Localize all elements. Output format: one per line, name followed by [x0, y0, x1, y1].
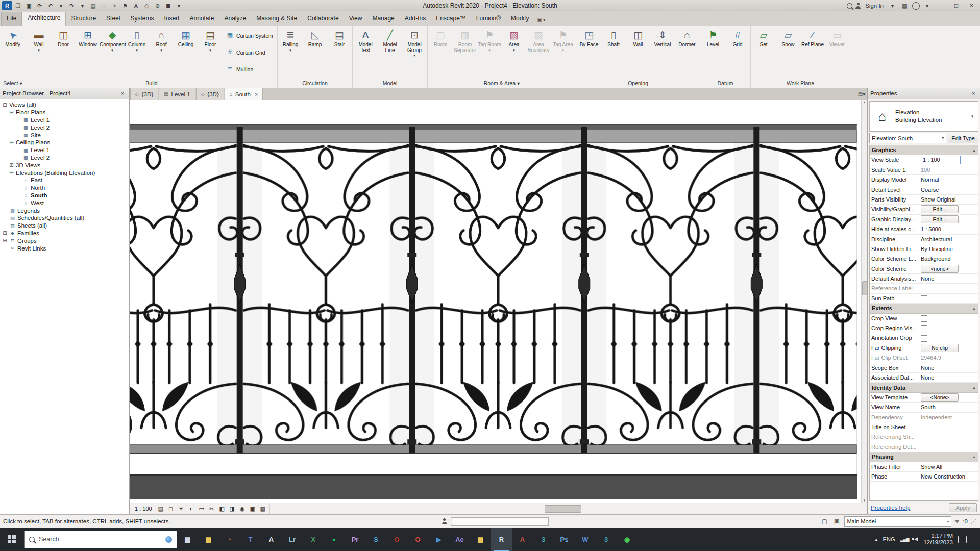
horizontal-scrollbar[interactable]: [270, 503, 867, 514]
drawing-canvas[interactable]: .k{stroke:#161616;stroke-width:5;fill:no…: [130, 100, 867, 503]
redo-dropdown[interactable]: ▾: [78, 1, 87, 10]
ribbon-tab-add-ins[interactable]: Add-Ins: [400, 12, 431, 26]
checkbox[interactable]: [921, 295, 927, 302]
rendering-dialog-icon[interactable]: ▭: [197, 504, 206, 513]
ribbon-tab-structure[interactable]: Structure: [66, 12, 101, 26]
panel-label-circulation[interactable]: Circulation: [278, 79, 352, 88]
ribbon-tab-modify[interactable]: Modify: [506, 12, 534, 26]
collapse-icon[interactable]: ⊟: [9, 110, 14, 115]
thin-lines-button[interactable]: ≣: [163, 1, 173, 10]
collapse-group-icon[interactable]: ▲: [972, 307, 976, 310]
browser-node-3d-views[interactable]: ⊞3D Views: [0, 161, 129, 169]
vertical-scroll-thumb[interactable]: [862, 281, 867, 295]
sync-with-central-button[interactable]: ⟳: [35, 1, 44, 10]
panel-label-opening[interactable]: Opening: [577, 79, 699, 88]
tool-by-face[interactable]: ◳By Face: [577, 26, 601, 79]
taskbar-app-excel[interactable]: X: [303, 528, 324, 551]
sign-in-dropdown[interactable]: ▾: [888, 1, 897, 10]
property-group-extents[interactable]: Extents▲: [870, 304, 978, 313]
collapse-icon[interactable]: ⊟: [2, 102, 8, 108]
notification-center-icon[interactable]: [958, 536, 967, 543]
scroll-down-icon[interactable]: ▾: [864, 498, 866, 503]
property-value-far-clipping[interactable]: No clip: [919, 343, 978, 353]
property-value-graphic-display[interactable]: Edit...: [919, 215, 978, 224]
undo-button[interactable]: ↶: [45, 1, 55, 10]
property-value-color-scheme[interactable]: <none>: [919, 264, 978, 273]
exclude-options-icon[interactable]: ▢: [820, 518, 829, 525]
taskbar-app-opera-beta[interactable]: O: [386, 528, 407, 551]
ribbon-tab-systems[interactable]: Systems: [125, 12, 159, 26]
taskbar-clock[interactable]: 1:17 PM 12/19/2023: [923, 533, 953, 546]
ribbon-tab-massing-site[interactable]: Massing & Site: [251, 12, 302, 26]
property-value-view-name[interactable]: South: [919, 403, 978, 412]
browser-node-level-2[interactable]: ▦Level 2: [0, 123, 129, 131]
taskbar-app-after-effects[interactable]: Ae: [449, 528, 470, 551]
panel-label-select[interactable]: Select ▾: [1, 79, 25, 88]
collapse-group-icon[interactable]: ▲: [972, 148, 976, 152]
detail-level-icon[interactable]: ▤: [156, 504, 165, 513]
taskbar-app-notepad[interactable]: A: [261, 528, 282, 551]
visual-search-icon[interactable]: [165, 536, 172, 543]
browser-node-east[interactable]: ⌂East: [0, 177, 129, 184]
taskbar-app-3ds-max[interactable]: 3: [533, 528, 554, 551]
collapse-icon[interactable]: ⊟: [9, 140, 14, 145]
ribbon-tab-view[interactable]: View: [344, 12, 368, 26]
property-value-discipline[interactable]: Architectural: [919, 235, 978, 244]
property-value-color-scheme-l[interactable]: Background: [919, 254, 978, 263]
close-button[interactable]: ×: [965, 2, 978, 9]
property-group-identity-data[interactable]: Identity Data▲: [870, 383, 978, 392]
type-selector-preview[interactable]: ⌂ Elevation Building Elevation ▾: [869, 101, 978, 132]
taskbar-app-3ds-max-2[interactable]: 3: [596, 528, 617, 551]
tool-grid[interactable]: #Grid: [725, 26, 750, 79]
property-value-dependency[interactable]: Independent: [919, 413, 978, 422]
property-group-graphics[interactable]: Graphics▲: [870, 145, 978, 155]
browser-node-site[interactable]: ▦Site: [0, 131, 129, 139]
maximize-button[interactable]: □: [950, 2, 963, 9]
taskbar-app-this-pc[interactable]: ▤: [177, 528, 198, 551]
default-3d-view-button[interactable]: ◇: [142, 1, 152, 10]
resize-grip-icon[interactable]: ⋰: [971, 518, 977, 525]
tool-room-separator[interactable]: ▥Room Separator: [453, 26, 477, 79]
temporary-view-properties-icon[interactable]: ▣: [248, 504, 257, 513]
tool-floor[interactable]: ▤Floor▾: [198, 26, 223, 79]
ribbon-tab-insert[interactable]: Insert: [159, 12, 184, 26]
panel-label-room-area[interactable]: Room & Area ▾: [428, 79, 575, 88]
property-value-scale-value-1[interactable]: 100: [919, 165, 978, 174]
worksharing-status-icon[interactable]: [442, 518, 448, 524]
tool-level[interactable]: ⚑Level: [701, 26, 725, 79]
tag-by-category-button[interactable]: ⚑: [120, 1, 130, 10]
taskbar-app-premiere[interactable]: Pr: [345, 528, 365, 551]
tool-shaft[interactable]: ▯Shaft: [601, 26, 626, 79]
tool-model-line[interactable]: ╱Model Line: [378, 26, 402, 79]
tool-mullion[interactable]: ≣Mullion: [225, 65, 275, 74]
apply-button[interactable]: Apply: [949, 503, 977, 512]
volume-icon[interactable]: [914, 537, 918, 541]
tool-stair[interactable]: ▤Stair: [327, 26, 352, 79]
properties-header[interactable]: Properties ×: [868, 88, 980, 99]
tool-window[interactable]: ⊞Window: [76, 26, 100, 79]
help-dropdown[interactable]: ▾: [922, 1, 932, 10]
browser-node-legends[interactable]: ▤Legends: [0, 207, 129, 214]
browser-node-families[interactable]: ⊞◆Families: [0, 230, 129, 237]
property-value-associated-dat[interactable]: None: [919, 373, 978, 382]
taskbar-app-spotify[interactable]: ●: [324, 528, 345, 551]
browser-node-west[interactable]: ⌂West: [0, 199, 129, 207]
design-options-combo[interactable]: Main Model ▾: [844, 516, 951, 527]
tool-area[interactable]: ▨Area▾: [502, 26, 526, 79]
application-menu-button[interactable]: R: [2, 1, 12, 10]
properties-help-link[interactable]: Properties help: [871, 505, 910, 511]
taskbar-app-browser[interactable]: ◔: [219, 528, 240, 551]
ribbon-tab-lumion[interactable]: Lumion®: [471, 12, 506, 26]
save-button[interactable]: ▣: [24, 1, 34, 10]
ribbon-tab-steel[interactable]: Steel: [101, 12, 125, 26]
browser-node-level-1[interactable]: ▦Level 1: [0, 116, 129, 124]
start-button[interactable]: [0, 528, 23, 551]
property-value-hide-at-scales-c[interactable]: 1 : 5000: [919, 224, 978, 234]
taskbar-app-skype[interactable]: S: [365, 528, 386, 551]
tool-viewer[interactable]: ▭Viewer: [825, 26, 849, 79]
browser-node-views-all[interactable]: ⊟Views (all): [0, 101, 129, 109]
property-value-title-on-sheet[interactable]: [919, 422, 978, 432]
browser-node-floor-plans[interactable]: ⊟Floor Plans: [0, 109, 129, 116]
open-button[interactable]: ❐: [13, 1, 23, 10]
collapse-group-icon[interactable]: ▲: [972, 386, 976, 389]
